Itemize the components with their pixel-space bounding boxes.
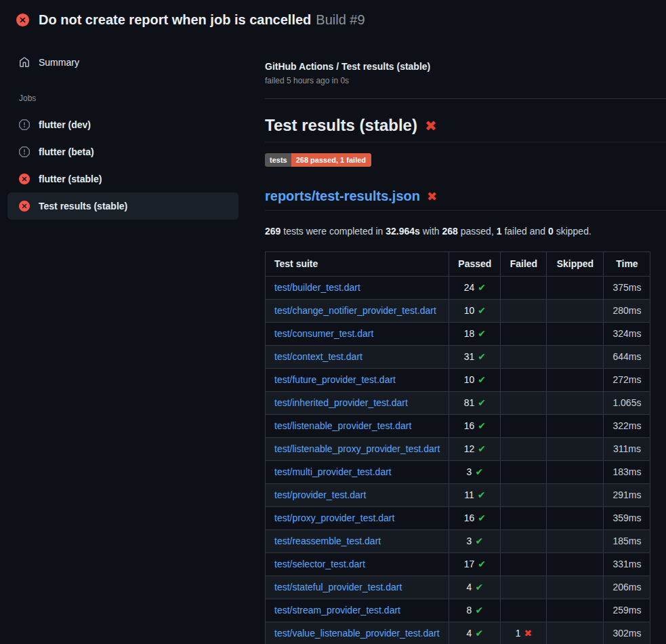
- page-title: Do not create report when job is cancell…: [39, 12, 311, 27]
- cell-passed: 18✔: [449, 323, 501, 346]
- test-suite-link[interactable]: test/value_listenable_provider_test.dart: [274, 628, 440, 639]
- table-row: test/selector_test.dart17✔331ms: [266, 553, 650, 576]
- sidebar-item-label: flutter (stable): [39, 172, 102, 186]
- test-suite-link[interactable]: test/future_provider_test.dart: [274, 374, 396, 385]
- cell-skipped: [547, 553, 604, 576]
- cell-failed: [501, 323, 547, 346]
- count-value: 24: [464, 282, 475, 293]
- count-value: 3: [467, 536, 472, 546]
- cell-test-suite: test/consumer_test.dart: [266, 323, 449, 346]
- cell-failed: [501, 438, 547, 461]
- column-header-passed: Passed: [449, 252, 501, 277]
- build-number: Build #9: [316, 12, 365, 27]
- check-run-header: Do not create report when job is cancell…: [0, 0, 666, 38]
- results-table: Test suitePassedFailedSkippedTime test/b…: [265, 251, 650, 644]
- cell-test-suite: test/listenable_proxy_provider_test.dart: [266, 438, 449, 461]
- cell-test-suite: test/provider_test.dart: [266, 484, 449, 507]
- count-value: 31: [464, 351, 475, 362]
- column-header-test-suite: Test suite: [266, 252, 449, 277]
- cell-time: 280ms: [604, 300, 650, 323]
- test-suite-link[interactable]: test/reassemble_test.dart: [274, 536, 381, 546]
- cell-skipped: [547, 530, 604, 553]
- test-suite-link[interactable]: test/change_notifier_provider_test.dart: [274, 305, 436, 316]
- test-suite-link[interactable]: test/stateful_provider_test.dart: [274, 582, 402, 592]
- sidebar-item-flutter-stable[interactable]: flutter (stable): [7, 165, 238, 193]
- sidebar-item-label: Test results (stable): [39, 199, 127, 213]
- cell-skipped: [547, 438, 604, 461]
- check-mark-icon: ✔: [478, 374, 486, 385]
- cell-test-suite: test/value_listenable_provider_test.dart: [266, 622, 449, 644]
- test-suite-link[interactable]: test/listenable_proxy_provider_test.dart: [274, 443, 440, 454]
- cell-passed: 11✔: [449, 484, 501, 507]
- count-value: 10: [464, 305, 475, 316]
- cell-skipped: [547, 346, 604, 369]
- cell-time: 206ms: [604, 576, 650, 599]
- breadcrumb: GitHub Actions / Test results (stable): [265, 60, 666, 73]
- cell-test-suite: test/selector_test.dart: [266, 553, 449, 576]
- column-header-failed: Failed: [501, 252, 547, 277]
- count-value: 18: [464, 328, 475, 339]
- summary-value: 269: [265, 226, 280, 237]
- cell-passed: 8✔: [449, 599, 501, 622]
- table-row: test/builder_test.dart24✔375ms: [266, 277, 650, 300]
- stop-icon: [19, 119, 30, 130]
- cell-time: 183ms: [604, 461, 650, 484]
- cell-failed: [501, 553, 547, 576]
- summary-value: 0: [548, 226, 554, 237]
- sidebar-item-summary[interactable]: Summary: [7, 50, 238, 75]
- count-value: 4: [467, 582, 472, 592]
- summary-text: with: [420, 226, 442, 237]
- cell-test-suite: test/change_notifier_provider_test.dart: [266, 300, 449, 323]
- report-file-link[interactable]: reports/test-results.json: [265, 188, 420, 205]
- test-suite-link[interactable]: test/builder_test.dart: [274, 282, 360, 293]
- column-header-skipped: Skipped: [547, 252, 604, 277]
- cell-skipped: [547, 323, 604, 346]
- x-circle-fill-icon: [19, 174, 30, 184]
- test-suite-link[interactable]: test/stream_provider_test.dart: [274, 605, 400, 616]
- summary-line: 269 tests were completed in 32.964s with…: [265, 224, 666, 239]
- test-suite-link[interactable]: test/provider_test.dart: [274, 489, 366, 500]
- check-mark-icon: ✔: [478, 489, 486, 500]
- test-suite-link[interactable]: test/proxy_provider_test.dart: [274, 512, 394, 523]
- table-row: test/stateful_provider_test.dart4✔206ms: [266, 576, 650, 599]
- cross-mark-icon: ✖: [425, 119, 437, 133]
- count-value: 3: [467, 466, 472, 477]
- table-row: test/change_notifier_provider_test.dart1…: [266, 300, 650, 323]
- test-suite-link[interactable]: test/selector_test.dart: [274, 559, 365, 569]
- summary-text: skipped.: [554, 226, 591, 237]
- cell-test-suite: test/listenable_provider_test.dart: [266, 415, 449, 438]
- table-row: test/multi_provider_test.dart3✔183ms: [266, 461, 650, 484]
- summary-value: 32.964s: [386, 226, 420, 237]
- test-suite-link[interactable]: test/inherited_provider_test.dart: [274, 397, 408, 408]
- count-value: 10: [464, 374, 475, 385]
- summary-text: passed,: [458, 226, 497, 237]
- check-mark-icon: ✔: [478, 512, 486, 523]
- badge-label: tests: [265, 153, 291, 167]
- report-title: reports/test-results.json ✖: [265, 188, 666, 211]
- cell-passed: 31✔: [449, 346, 501, 369]
- cell-failed: [501, 369, 547, 392]
- test-suite-link[interactable]: test/consumer_test.dart: [274, 328, 373, 339]
- count-value: 11: [464, 489, 474, 500]
- cell-time: 359ms: [604, 507, 650, 530]
- table-row: test/inherited_provider_test.dart81✔1.06…: [266, 392, 650, 415]
- cell-passed: 12✔: [449, 438, 501, 461]
- cell-failed: [501, 507, 547, 530]
- cell-test-suite: test/stream_provider_test.dart: [266, 599, 449, 622]
- test-suite-link[interactable]: test/listenable_provider_test.dart: [274, 420, 411, 431]
- sidebar-item-flutter-dev[interactable]: flutter (dev): [7, 111, 238, 138]
- cell-skipped: [547, 576, 604, 599]
- test-suite-link[interactable]: test/multi_provider_test.dart: [274, 466, 392, 477]
- sidebar-item-test-results-stable[interactable]: Test results (stable): [7, 193, 238, 220]
- sidebar-item-flutter-beta[interactable]: flutter (beta): [7, 138, 238, 165]
- cell-time: 291ms: [604, 484, 650, 507]
- cell-passed: 4✔: [449, 622, 501, 644]
- check-mark-icon: ✔: [478, 305, 486, 316]
- cell-failed: [501, 415, 547, 438]
- cell-passed: 17✔: [449, 553, 501, 576]
- test-suite-link[interactable]: test/context_test.dart: [274, 351, 362, 362]
- cell-skipped: [547, 392, 604, 415]
- cell-passed: 16✔: [449, 415, 501, 438]
- check-mark-icon: ✔: [478, 397, 486, 408]
- cell-failed: [501, 530, 547, 553]
